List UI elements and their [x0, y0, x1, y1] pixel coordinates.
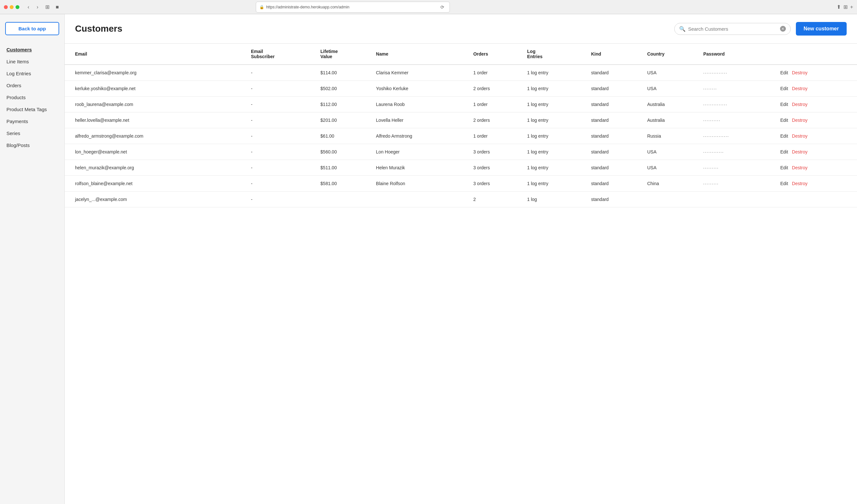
edit-button[interactable]: Edit [778, 134, 791, 139]
cell-name: Yoshiko Kerluke [372, 81, 470, 97]
cell-kind: standard [587, 81, 643, 97]
sidebar-item-line-items[interactable]: Line Items [5, 56, 59, 67]
edit-button[interactable]: Edit [778, 86, 791, 91]
destroy-button[interactable]: Destroy [792, 181, 808, 186]
close-button[interactable] [4, 5, 8, 9]
search-clear-button[interactable]: ✕ [780, 26, 786, 32]
cell-actions: EditDestroy [774, 144, 857, 160]
browser-chrome: ‹ › ⊞ ■ 🔒 https://administrate-demo.hero… [0, 0, 857, 14]
cell-actions: EditDestroy [774, 81, 857, 97]
cell-email: kemmer_clarisa@example.org [65, 65, 247, 81]
col-header-password: Password [700, 44, 774, 65]
edit-button[interactable]: Edit [778, 181, 791, 186]
cell-country: China [643, 176, 700, 192]
cell-email: heller.lovella@example.net [65, 112, 247, 128]
cell-kind: standard [587, 160, 643, 176]
cell-actions: EditDestroy [774, 112, 857, 128]
cell-log-entries: 1 log entry [523, 97, 587, 112]
back-to-app-button[interactable]: Back to app [5, 22, 59, 35]
sidebar-item-customers[interactable]: Customers [5, 44, 59, 55]
cell-orders: 1 order [469, 97, 523, 112]
app-container: Back to app CustomersLine ItemsLog Entri… [0, 14, 857, 504]
cell-orders: 1 order [469, 65, 523, 81]
cell-email-subscriber: - [247, 97, 317, 112]
table-row: roob_laurena@example.com-$112.00Laurena … [65, 97, 857, 112]
cell-partial [317, 192, 372, 207]
traffic-lights [4, 5, 19, 9]
cell-log-entries: 1 log entry [523, 176, 587, 192]
cell-orders: 3 orders [469, 160, 523, 176]
destroy-button[interactable]: Destroy [792, 102, 808, 107]
edit-button[interactable]: Edit [778, 165, 791, 170]
sidebar-item-payments[interactable]: Payments [5, 116, 59, 127]
col-header-kind: Kind [587, 44, 643, 65]
cell-kind: standard [587, 144, 643, 160]
sidebar-item-series[interactable]: Series [5, 128, 59, 139]
sidebar-toggle-button[interactable]: ⊞ [45, 4, 49, 10]
destroy-button[interactable]: Destroy [792, 118, 808, 123]
cell-orders: 3 orders [469, 176, 523, 192]
add-tab-button[interactable]: ⊞ [843, 4, 847, 10]
browser-nav-buttons: ‹ › [24, 3, 41, 11]
cell-partial: 1 log [523, 192, 587, 207]
cell-log-entries: 1 log entry [523, 160, 587, 176]
reload-button[interactable]: ⟳ [438, 3, 446, 11]
cell-log-entries: 1 log entry [523, 112, 587, 128]
minimize-button[interactable] [10, 5, 14, 9]
maximize-button[interactable] [16, 5, 19, 9]
sidebar-item-products[interactable]: Products [5, 92, 59, 103]
edit-button[interactable]: Edit [778, 70, 791, 75]
cell-kind: standard [587, 65, 643, 81]
sidebar-item-log-entries[interactable]: Log Entries [5, 68, 59, 79]
sidebar-nav: CustomersLine ItemsLog EntriesOrdersProd… [5, 44, 59, 151]
share-button[interactable]: ⬆ [837, 4, 841, 10]
customers-table: Email EmailSubscriber LifetimeValue Name… [65, 44, 857, 207]
sidebar-item-blog-posts[interactable]: Blog/Posts [5, 140, 59, 151]
address-bar[interactable]: 🔒 https://administrate-demo.herokuapp.co… [256, 2, 450, 13]
destroy-button[interactable]: Destroy [792, 165, 808, 170]
destroy-button[interactable]: Destroy [792, 149, 808, 154]
main-header: Customers 🔍 ✕ New customer [65, 14, 857, 44]
cell-email-subscriber: - [247, 65, 317, 81]
destroy-button[interactable]: Destroy [792, 134, 808, 139]
cell-email: lon_hoeger@example.net [65, 144, 247, 160]
page-title: Customers [75, 23, 122, 34]
new-tab-button[interactable]: + [850, 4, 853, 10]
edit-button[interactable]: Edit [778, 102, 791, 107]
cell-kind: standard [587, 176, 643, 192]
cell-password: ········ [700, 81, 774, 97]
cell-partial [774, 192, 857, 207]
cell-name: Laurena Roob [372, 97, 470, 112]
cell-password: ············ [700, 144, 774, 160]
stop-button[interactable]: ■ [53, 3, 61, 11]
cell-email: kerluke.yoshiko@example.net [65, 81, 247, 97]
cell-email-subscriber: - [247, 81, 317, 97]
col-header-name: Name [372, 44, 470, 65]
destroy-button[interactable]: Destroy [792, 86, 808, 91]
new-customer-button[interactable]: New customer [796, 22, 847, 36]
sidebar-item-orders[interactable]: Orders [5, 80, 59, 91]
sidebar-item-product-meta-tags[interactable]: Product Meta Tags [5, 104, 59, 115]
back-button[interactable]: ‹ [24, 3, 32, 11]
main-content: Customers 🔍 ✕ New customer Email EmailSu… [65, 14, 857, 504]
search-bar[interactable]: 🔍 ✕ [674, 23, 791, 35]
table-row: alfredo_armstrong@example.com-$61.00Alfr… [65, 128, 857, 144]
cell-orders: 1 order [469, 128, 523, 144]
cell-country: Australia [643, 112, 700, 128]
forward-button[interactable]: › [34, 3, 41, 11]
col-header-email: Email [65, 44, 247, 65]
edit-button[interactable]: Edit [778, 149, 791, 154]
cell-email: alfredo_armstrong@example.com [65, 128, 247, 144]
search-input[interactable] [688, 26, 777, 32]
destroy-button[interactable]: Destroy [792, 70, 808, 75]
col-header-orders: Orders [469, 44, 523, 65]
cell-password: ········· [700, 160, 774, 176]
cell-lifetime-value: $201.00 [317, 112, 372, 128]
cell-kind: standard [587, 97, 643, 112]
cell-orders: 3 orders [469, 144, 523, 160]
edit-button[interactable]: Edit [778, 118, 791, 123]
cell-actions: EditDestroy [774, 128, 857, 144]
cell-kind: standard [587, 112, 643, 128]
cell-partial: - [247, 192, 317, 207]
cell-log-entries: 1 log entry [523, 65, 587, 81]
